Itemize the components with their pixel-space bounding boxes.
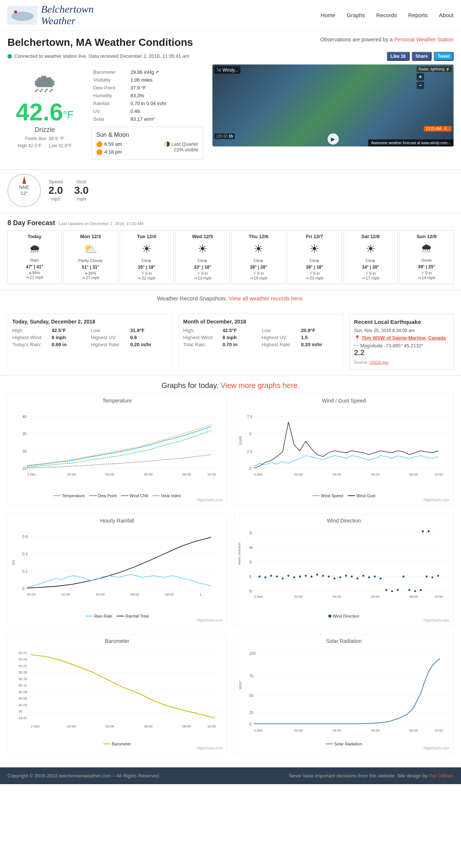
visibility-label: Visibility: [91, 76, 129, 84]
svg-point-68: [304, 575, 306, 577]
svg-text:2 Dec: 2 Dec: [254, 473, 263, 476]
temperature-svg: 40 35 30 25 2 Dec 02:00 04:00 06:00 08:0…: [12, 407, 223, 491]
today-records: Today, Sunday, December 2, 2018 High: 42…: [7, 314, 173, 369]
temperature-unit: °F: [63, 109, 73, 120]
svg-text:30.18: 30.18: [19, 670, 27, 674]
page-title-area: Belchertown, MA Weather Conditions Obser…: [0, 31, 461, 50]
radar-toggle[interactable]: Radar, lightning ⚡: [417, 66, 452, 72]
wind-section: NNE 12° Speed 2.0 mph Gust 3.0 mph: [0, 170, 461, 214]
rainfall-legend: Rain Rate Rainfall Total: [12, 614, 223, 618]
compass-arrow: [22, 176, 26, 184]
svg-text:30: 30: [19, 710, 22, 713]
view-records-link[interactable]: View all weather records here.: [229, 295, 304, 302]
svg-text:30.12: 30.12: [19, 684, 27, 687]
svg-text:0: 0: [22, 587, 25, 591]
compass-direction: NNE 12°: [19, 184, 29, 196]
map-play-button[interactable]: ▶: [328, 133, 339, 145]
earthquake-location[interactable]: 7km WSW of Sainte-Martine, Canada: [361, 335, 446, 341]
wind-speed-stat: Speed 2.0 mph: [48, 179, 63, 202]
svg-text:02:00: 02:00: [61, 593, 70, 597]
svg-text:Wind Direction: Wind Direction: [239, 543, 241, 565]
wind-compass: NNE 12°: [7, 174, 41, 207]
svg-text:2.5: 2.5: [247, 449, 252, 453]
svg-text:30.09: 30.09: [19, 690, 27, 694]
footer-designer-link[interactable]: Pat O'Brien: [429, 773, 454, 779]
svg-text:10:00: 10:00: [207, 725, 216, 728]
pws-link[interactable]: Personal Weather Station: [394, 37, 454, 42]
page-title: Belchertown, MA Weather Conditions: [7, 37, 193, 48]
svg-text:0.6: 0.6: [22, 535, 28, 539]
visibility-value: 1.06 miles: [129, 76, 203, 84]
svg-text:04:00: 04:00: [105, 473, 114, 476]
wind-direction-title: Wind Direction: [239, 518, 450, 524]
nav-about[interactable]: About: [439, 12, 454, 18]
earthquake-details: 〰 Magnitude -73.885° 45.2132° 2.2: [354, 343, 449, 357]
solar-legend-item: Solar Radiation: [326, 742, 362, 746]
svg-text:0: 0: [249, 722, 251, 726]
nav-graphs[interactable]: Graphs: [347, 12, 365, 18]
svg-text:04:00: 04:00: [332, 473, 341, 476]
nav-home[interactable]: Home: [321, 12, 335, 18]
facebook-like-button[interactable]: Like 16: [387, 52, 410, 61]
wind-svg: 7.5 5 2.5 0 2 Dec 02:00 04:00 06:00 08:0…: [239, 407, 450, 491]
barometer-legend: Barometer: [12, 742, 223, 746]
svg-point-79: [368, 577, 370, 578]
twitter-tweet-button[interactable]: Tweet: [434, 52, 454, 61]
moon-phase: 🌗 Last Quarter: [164, 141, 198, 147]
svg-text:(in): (in): [12, 560, 15, 565]
nav-records[interactable]: Records: [376, 12, 397, 18]
svg-text:30.21: 30.21: [19, 664, 27, 667]
feels-like: Feels like: 38.9 °F: [25, 136, 64, 141]
svg-text:04:00: 04:00: [96, 593, 105, 597]
svg-text:30.15: 30.15: [19, 677, 27, 681]
svg-text:06:00: 06:00: [144, 725, 152, 728]
svg-point-85: [402, 576, 404, 578]
nav-reports[interactable]: Reports: [408, 12, 428, 18]
solar-chart-area: 100 75 50 25 0 2 Dec 02:00 04:00 06:00 0…: [239, 647, 450, 740]
temperature-chart-title: Temperature: [12, 398, 223, 404]
svg-text:25: 25: [22, 467, 27, 471]
svg-point-60: [259, 576, 261, 578]
temperature-chart-area: 40 35 30 25 2 Dec 02:00 04:00 06:00 08:0…: [12, 407, 223, 492]
barometer-svg: 30.27 30.24 30.21 30.18 30.15 30.12 30.0…: [12, 647, 223, 739]
uv-value: 0.48: [129, 107, 203, 115]
svg-text:N: N: [249, 531, 252, 535]
highcharts-credit-baro: Highcharts.com: [12, 746, 223, 750]
forecast-day-1: Mon 12/3 ⛅ Partly Cloudy 51° | 31° ● 29%…: [63, 230, 117, 284]
svg-point-69: [310, 576, 312, 578]
today-records-date: Today, Sunday, December 2, 2018: [12, 319, 168, 325]
map-zoom-out[interactable]: −: [417, 82, 424, 89]
forecast-day-0: Today 🌧 Rain 47° | 41° ● 99% ⇒ 11 mph: [7, 230, 61, 284]
map-zoom-in[interactable]: +: [417, 73, 424, 81]
today-records-grid: High: 42.5°F Low: 31.9°F Highest Wind: 8…: [12, 328, 168, 347]
pws-note: Observations are powered by a Personal W…: [320, 37, 454, 42]
map-image[interactable]: 🌬 Windy... Radar, lightning ⚡ + − 13:25 …: [212, 64, 454, 146]
svg-point-76: [351, 576, 353, 578]
svg-point-63: [276, 576, 278, 578]
temperature-legend: Temperature Dew Point Wind Chill Heat In…: [12, 493, 223, 498]
facebook-share-button[interactable]: Share: [412, 52, 432, 61]
rainfall-label: Rainfall: [91, 100, 129, 107]
svg-point-82: [385, 589, 387, 591]
usgs-link[interactable]: USGS.gov: [369, 360, 389, 364]
rainfall-chart: Hourly Rainfall 0.6 0.4 0.2 0 00:00 02:0…: [7, 514, 227, 626]
view-graphs-link[interactable]: View more graphs here.: [221, 381, 300, 389]
svg-text:06:00: 06:00: [144, 473, 152, 476]
svg-text:E: E: [249, 575, 252, 579]
svg-point-70: [316, 574, 318, 575]
svg-point-88: [420, 589, 421, 591]
svg-text:08:00: 08:00: [409, 473, 418, 476]
svg-text:2 Dec: 2 Dec: [254, 728, 263, 732]
temperature-display: 42.6°F: [16, 100, 74, 124]
forecast-section: 8 Day Forecast Last Updated on December …: [0, 214, 461, 290]
svg-text:29.97: 29.97: [19, 716, 27, 720]
svg-text:0: 0: [249, 467, 251, 471]
forecast-day-2: Tue 12/4 ☀ Clear 35° | 19° ❄ 0 in ⇒ 22 m…: [120, 230, 174, 284]
svg-text:02:00: 02:00: [67, 473, 76, 476]
highcharts-credit-rainfall: Highcharts.com: [12, 618, 223, 622]
solar-label: Solar: [91, 115, 129, 123]
svg-point-66: [293, 577, 295, 578]
connection-status: Connected to weather station live. Data …: [7, 53, 189, 59]
wind-chart-title: Wind / Gust Speed: [239, 398, 450, 404]
earthquake-title: Recent Local Earthquake: [354, 319, 449, 325]
